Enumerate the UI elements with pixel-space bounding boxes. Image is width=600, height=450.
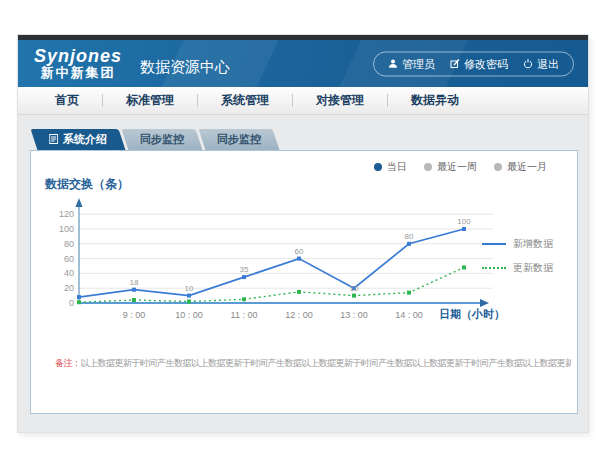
content-area: 系统介绍 同步监控 同步监控 当日 最近一周 [18, 115, 588, 414]
tab-label: 系统介绍 [63, 132, 107, 147]
svg-text:18: 18 [130, 278, 139, 287]
logout-button[interactable]: 退出 [523, 56, 559, 71]
nav-item-system-mgmt[interactable]: 系统管理 [198, 92, 292, 109]
svg-text:100: 100 [457, 217, 471, 226]
current-user-label: 管理员 [402, 56, 435, 71]
tab-sync-monitor-1[interactable]: 同步监控 [122, 129, 203, 150]
svg-text:0: 0 [69, 298, 74, 308]
radio-today[interactable]: 当日 [374, 160, 407, 174]
main-nav: 首页 标准管理 系统管理 对接管理 数据异动 [18, 87, 588, 115]
svg-text:9 : 00: 9 : 00 [123, 310, 146, 320]
svg-text:80: 80 [405, 232, 414, 241]
radio-dot [424, 163, 432, 171]
legend-update-data: 更新数据 [482, 261, 553, 275]
legend-label: 更新数据 [513, 261, 553, 275]
svg-text:120: 120 [59, 209, 74, 219]
logo-text-en: Synjones [34, 47, 122, 66]
svg-text:10: 10 [350, 284, 359, 293]
tab-sync-monitor-2[interactable]: 同步监控 [199, 129, 280, 150]
app-window: Synjones 新中新集团 数据资源中心 管理员 修改密码 退出 [18, 35, 588, 432]
svg-text:40: 40 [64, 268, 74, 278]
note-prefix: 备注： [55, 358, 81, 368]
svg-text:35: 35 [240, 265, 249, 274]
tab-label: 同步监控 [217, 132, 261, 147]
page-title: 数据资源中心 [140, 58, 230, 77]
radio-dot-selected [374, 163, 382, 171]
svg-text:80: 80 [64, 239, 74, 249]
legend-new-data: 新增数据 [482, 237, 553, 251]
change-password-button[interactable]: 修改密码 [450, 56, 508, 71]
svg-text:10: 10 [185, 284, 194, 293]
svg-text:13 : 00: 13 : 00 [340, 310, 368, 320]
x-axis-label: 日期（小时） [439, 307, 505, 322]
svg-text:20: 20 [64, 283, 74, 293]
radio-dot [494, 163, 502, 171]
dotted-line-swatch [482, 267, 506, 269]
nav-item-standard-mgmt[interactable]: 标准管理 [103, 92, 197, 109]
svg-text:10 : 00: 10 : 00 [175, 310, 203, 320]
document-icon [49, 134, 58, 146]
tab-bar: 系统介绍 同步监控 同步监控 [34, 129, 588, 150]
logo: Synjones 新中新集团 [34, 47, 122, 80]
legend-label: 新增数据 [513, 237, 553, 251]
person-icon [388, 59, 398, 69]
change-password-label: 修改密码 [464, 56, 508, 71]
svg-text:100: 100 [59, 224, 74, 234]
svg-text:60: 60 [64, 254, 74, 264]
svg-text:12 : 00: 12 : 00 [285, 310, 313, 320]
logout-label: 退出 [537, 56, 559, 71]
footer-note: 备注：以上数据更新于时间产生数据以上数据更新于时间产生数据以上数据更新于时间产生… [55, 357, 571, 370]
header: Synjones 新中新集团 数据资源中心 管理员 修改密码 退出 [18, 40, 588, 87]
logo-text-cn: 新中新集团 [34, 66, 122, 80]
series-legend: 新增数据 更新数据 [482, 237, 553, 275]
radio-label: 最近一周 [437, 160, 477, 174]
radio-last-month[interactable]: 最近一月 [494, 160, 547, 174]
svg-text:11 : 00: 11 : 00 [231, 310, 258, 320]
radio-label: 当日 [387, 160, 407, 174]
account-menu: 管理员 修改密码 退出 [373, 51, 574, 76]
time-range-radios: 当日 最近一周 最近一月 [374, 160, 547, 174]
current-user-button[interactable]: 管理员 [388, 56, 435, 71]
line-chart: 0204060801001209 : 0010 : 0011 : 0012 : … [49, 191, 499, 331]
nav-item-data-change[interactable]: 数据异动 [388, 92, 482, 109]
tab-system-intro[interactable]: 系统介绍 [31, 129, 126, 150]
power-icon [523, 59, 533, 69]
note-text: 以上数据更新于时间产生数据以上数据更新于时间产生数据以上数据更新于时间产生数据以… [81, 358, 572, 368]
nav-item-home[interactable]: 首页 [32, 92, 102, 109]
tab-label: 同步监控 [140, 132, 184, 147]
edit-icon [450, 59, 460, 69]
nav-item-interface-mgmt[interactable]: 对接管理 [293, 92, 387, 109]
radio-label: 最近一月 [507, 160, 547, 174]
svg-text:60: 60 [295, 247, 304, 256]
radio-last-week[interactable]: 最近一周 [424, 160, 477, 174]
chart-panel: 当日 最近一周 最近一月 数据交换（条） 0204060801001209 : … [30, 150, 578, 414]
solid-line-swatch [482, 243, 506, 245]
svg-text:14 : 00: 14 : 00 [395, 310, 423, 320]
